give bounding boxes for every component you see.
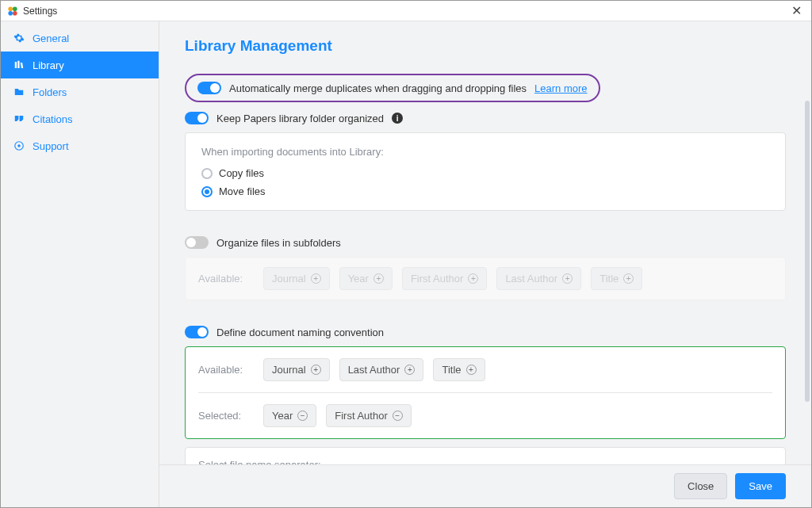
sidebar-item-library[interactable]: Library (1, 52, 159, 78)
minus-icon: − (297, 411, 308, 421)
chip-year: Year+ (339, 267, 393, 290)
keep-organized-row: Keep Papers library folder organized i (185, 112, 786, 124)
chip-title: Title+ (591, 267, 642, 290)
content-scroll[interactable]: Library Management Automatically merge d… (159, 21, 811, 464)
support-icon (13, 140, 25, 151)
sidebar-item-citations[interactable]: Citations (1, 105, 159, 132)
gear-icon (13, 32, 25, 44)
merge-duplicates-highlight: Automatically merge duplicates when drag… (185, 74, 600, 102)
svg-point-5 (17, 144, 21, 147)
keep-organized-label: Keep Papers library folder organized (216, 113, 384, 124)
keep-organized-toggle[interactable] (185, 112, 209, 124)
naming-panel: Available: Journal+ Last Author+ Title+ … (185, 346, 786, 439)
sidebar-item-label: Citations (33, 113, 73, 125)
radio-indicator (201, 168, 213, 179)
svg-point-1 (13, 6, 17, 11)
subfolders-panel: Available: Journal+ Year+ First Author+ … (185, 257, 786, 300)
sidebar-item-support[interactable]: Support (1, 132, 159, 159)
chip-journal[interactable]: Journal+ (263, 358, 330, 381)
subfolders-toggle[interactable] (185, 236, 209, 249)
radio-indicator (201, 186, 213, 197)
app-icon (7, 6, 18, 17)
footer: Close Save (159, 464, 811, 507)
merge-duplicates-toggle[interactable] (197, 82, 221, 94)
close-button[interactable]: Close (674, 473, 727, 499)
naming-selected-row: Selected: Year− First Author− (198, 392, 772, 427)
plus-icon: + (311, 365, 321, 375)
import-heading: When importing documents into Library: (201, 146, 769, 158)
title-bar: Settings ✕ (1, 1, 811, 21)
chip-year[interactable]: Year− (263, 404, 316, 427)
plus-icon: + (623, 273, 634, 284)
chip-first-author[interactable]: First Author− (326, 404, 411, 427)
naming-row: Define document naming convention (185, 326, 786, 338)
folder-icon (13, 86, 25, 97)
scrollbar[interactable] (805, 101, 810, 402)
import-radio-group: Copy files Move files (201, 167, 769, 197)
chip-title[interactable]: Title+ (433, 358, 485, 381)
chip-first-author: First Author+ (402, 267, 487, 290)
sidebar: General Library Folders Citations Suppor… (1, 21, 159, 507)
window-title: Settings (23, 6, 57, 17)
sidebar-item-label: Support (33, 140, 69, 152)
plus-icon: + (562, 273, 573, 284)
plus-icon: + (373, 273, 384, 284)
naming-label: Define document naming convention (216, 327, 384, 338)
main-layout: General Library Folders Citations Suppor… (1, 21, 811, 507)
window-close-button[interactable]: ✕ (788, 5, 805, 17)
subfolders-label: Organize files in subfolders (216, 237, 341, 249)
subfolders-row: Organize files in subfolders (185, 236, 786, 249)
merge-duplicates-label: Automatically merge duplicates when drag… (229, 82, 527, 94)
naming-selected-label: Selected: (198, 410, 254, 422)
plus-icon: + (404, 365, 415, 375)
svg-point-2 (8, 11, 13, 16)
radio-move-files[interactable]: Move files (201, 185, 769, 197)
save-button[interactable]: Save (735, 473, 786, 499)
import-panel: When importing documents into Library: C… (185, 132, 786, 211)
naming-available-row: Available: Journal+ Last Author+ Title+ (198, 358, 772, 381)
minus-icon: − (393, 411, 403, 421)
chip-last-author[interactable]: Last Author+ (339, 358, 424, 381)
svg-point-0 (8, 6, 13, 11)
chip-journal: Journal+ (263, 267, 330, 290)
sidebar-item-label: Folders (33, 86, 67, 98)
separator-panel: Select file name separator: Underscore ▾ (185, 447, 786, 464)
sidebar-item-folders[interactable]: Folders (1, 78, 159, 105)
chip-last-author: Last Author+ (496, 267, 581, 290)
sidebar-item-general[interactable]: General (1, 25, 159, 52)
content-wrap: Library Management Automatically merge d… (159, 21, 811, 507)
plus-icon: + (466, 365, 477, 375)
info-icon[interactable]: i (392, 113, 403, 124)
page-title: Library Management (185, 37, 786, 55)
naming-available-label: Available: (198, 364, 254, 376)
svg-point-3 (13, 11, 17, 16)
library-icon (13, 59, 25, 71)
naming-toggle[interactable] (185, 326, 209, 338)
plus-icon: + (311, 273, 321, 284)
sidebar-item-label: Library (33, 59, 64, 71)
quote-icon (13, 113, 25, 124)
subfolders-available-label: Available: (198, 273, 254, 285)
radio-label: Move files (219, 185, 266, 197)
separator-label: Select file name separator: (198, 459, 772, 464)
sidebar-item-label: General (33, 32, 69, 44)
learn-more-link[interactable]: Learn more (534, 82, 587, 94)
radio-label: Copy files (219, 167, 264, 179)
plus-icon: + (468, 273, 478, 284)
radio-copy-files[interactable]: Copy files (201, 167, 769, 179)
